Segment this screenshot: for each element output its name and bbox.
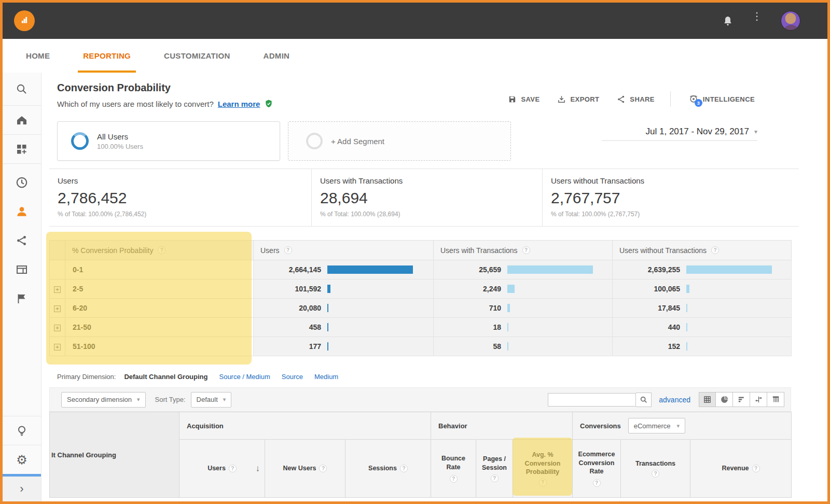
col-header-avg-conversion-probability[interactable]: Avg. % Conversion Probability? bbox=[513, 440, 573, 498]
view-pivot-button[interactable] bbox=[767, 392, 784, 407]
save-icon bbox=[508, 95, 517, 104]
expand-column-header bbox=[50, 241, 65, 260]
tab-customization[interactable]: CUSTOMIZATION bbox=[161, 39, 233, 73]
sort-type-button[interactable]: Default ▾ bbox=[191, 392, 232, 408]
question-icon[interactable]: ? bbox=[229, 465, 237, 472]
expand-icon[interactable]: + bbox=[54, 344, 61, 351]
sidebar-collapse-button[interactable]: › bbox=[3, 477, 41, 501]
view-table-button[interactable] bbox=[699, 392, 716, 407]
conversions-flag-icon bbox=[16, 292, 28, 305]
question-icon[interactable]: ? bbox=[593, 479, 601, 487]
question-icon[interactable]: ? bbox=[491, 474, 499, 482]
sidebar-item-audience[interactable] bbox=[3, 197, 41, 226]
dimension-medium[interactable]: Medium bbox=[314, 373, 338, 381]
secondary-dimension-button[interactable]: Secondary dimension ▾ bbox=[61, 392, 146, 408]
expand-icon[interactable]: + bbox=[54, 305, 61, 312]
question-icon[interactable]: ? bbox=[284, 246, 292, 254]
share-button[interactable]: SHARE bbox=[617, 95, 655, 104]
dimension-default-channel-grouping[interactable]: Default Channel Grouping bbox=[124, 373, 208, 381]
col-header-users[interactable]: Users? bbox=[254, 241, 434, 260]
primary-dimension-bar: Primary Dimension: Default Channel Group… bbox=[57, 371, 791, 382]
dimension-source[interactable]: Source bbox=[282, 373, 303, 381]
sidebar-item-conversions[interactable] bbox=[3, 284, 41, 313]
expand-cell bbox=[50, 260, 65, 279]
sidebar-item-insights[interactable] bbox=[3, 416, 41, 445]
question-icon[interactable]: ? bbox=[450, 475, 458, 483]
overflow-menu-icon[interactable]: ⋮ bbox=[752, 14, 757, 19]
chevron-right-icon: › bbox=[20, 482, 23, 496]
tab-home[interactable]: HOME bbox=[23, 39, 53, 73]
question-icon[interactable]: ? bbox=[652, 470, 659, 478]
table-row: + 21-50 458 18 440 bbox=[50, 318, 792, 337]
view-percentage-button[interactable] bbox=[716, 392, 733, 407]
view-comparison-button[interactable] bbox=[750, 392, 767, 407]
sidebar-item-settings[interactable]: ⚙ bbox=[3, 445, 41, 474]
question-icon[interactable]: ? bbox=[752, 465, 760, 472]
behavior-page-icon bbox=[16, 263, 28, 276]
col-header-transactions[interactable]: Transactions? bbox=[621, 440, 690, 498]
users-value: 20,080 bbox=[254, 304, 321, 312]
save-button[interactable]: SAVE bbox=[508, 95, 540, 104]
table-row: + 6-20 20,080 710 17,845 bbox=[50, 299, 792, 318]
col-header-users[interactable]: Users? ↓ bbox=[179, 440, 265, 498]
learn-more-link[interactable]: Learn more bbox=[218, 100, 260, 108]
uwt-bar bbox=[507, 342, 508, 351]
analytics-logo-icon[interactable] bbox=[14, 10, 35, 31]
uwt-bar bbox=[507, 285, 515, 293]
sidebar-item-home[interactable] bbox=[3, 106, 41, 135]
expand-icon[interactable]: + bbox=[54, 286, 61, 293]
table-search-button[interactable] bbox=[636, 393, 652, 407]
home-icon bbox=[16, 114, 28, 127]
question-icon[interactable]: ? bbox=[400, 465, 408, 472]
sidebar-item-dashboards[interactable] bbox=[3, 135, 41, 164]
share-icon bbox=[617, 95, 626, 104]
question-icon[interactable]: ? bbox=[711, 246, 719, 254]
uwt-value: 18 bbox=[434, 323, 501, 331]
sidebar-search[interactable] bbox=[3, 73, 41, 106]
search-icon bbox=[640, 396, 648, 404]
view-performance-button[interactable] bbox=[733, 392, 750, 407]
user-avatar[interactable] bbox=[781, 11, 800, 31]
col-header-sessions[interactable]: Sessions? bbox=[345, 440, 431, 498]
expand-icon[interactable]: + bbox=[54, 325, 61, 331]
col-header-bounce-rate[interactable]: Bounce Rate? bbox=[431, 440, 476, 498]
tab-reporting[interactable]: REPORTING bbox=[80, 39, 134, 73]
table-row: + 2-5 101,592 2,249 100,065 bbox=[50, 279, 792, 299]
group-header-behavior: Behavior bbox=[431, 412, 573, 440]
sort-desc-icon[interactable]: ↓ bbox=[256, 463, 260, 474]
group-header-acquisition: Acquisition bbox=[179, 412, 431, 440]
sidebar-item-acquisition[interactable] bbox=[3, 226, 41, 255]
add-segment-donut-icon bbox=[306, 133, 323, 149]
uwt-value: 58 bbox=[434, 342, 501, 351]
advanced-filter-link[interactable]: advanced bbox=[659, 396, 690, 404]
col-header-conversion-probability[interactable]: % Conversion Probability? bbox=[65, 241, 254, 260]
export-button[interactable]: EXPORT bbox=[557, 95, 599, 104]
report-question: Which of my users are most likely to con… bbox=[57, 100, 214, 108]
users-bar bbox=[327, 323, 328, 331]
uwt-bar bbox=[507, 265, 593, 274]
users-bar bbox=[327, 304, 328, 312]
col-header-pages-session[interactable]: Pages / Session? bbox=[476, 440, 513, 498]
table-toolbar: Secondary dimension ▾ Sort Type: Default… bbox=[49, 387, 791, 412]
question-icon[interactable]: ? bbox=[539, 479, 547, 486]
dimension-source-medium[interactable]: Source / Medium bbox=[219, 373, 270, 381]
conversions-type-select[interactable]: eCommerce ▾ bbox=[628, 418, 685, 433]
col-header-users-with-transactions[interactable]: Users with Transactions? bbox=[434, 241, 613, 260]
table-search-input[interactable] bbox=[548, 393, 636, 407]
col-header-ecommerce-conversion-rate[interactable]: Ecommerce Conversion Rate? bbox=[573, 440, 621, 498]
col-header-new-users[interactable]: New Users? bbox=[265, 440, 345, 498]
question-icon[interactable]: ? bbox=[522, 246, 530, 254]
add-segment-button[interactable]: + Add Segment bbox=[288, 121, 511, 161]
tab-admin[interactable]: ADMIN bbox=[260, 39, 293, 73]
question-icon[interactable]: ? bbox=[158, 246, 165, 254]
notifications-bell-icon[interactable] bbox=[722, 15, 734, 27]
sidebar-item-behavior[interactable] bbox=[3, 255, 41, 284]
intelligence-button[interactable]: 3 INTELLIGENCE bbox=[688, 94, 755, 104]
date-range-picker[interactable]: Jul 1, 2017 - Nov 29, 2017 ▾ bbox=[602, 127, 757, 141]
segment-all-users[interactable]: All Users 100.00% Users bbox=[57, 121, 280, 161]
question-icon[interactable]: ? bbox=[319, 465, 327, 472]
col-header-revenue[interactable]: Revenue? bbox=[690, 440, 792, 498]
sidebar-item-realtime[interactable] bbox=[3, 168, 41, 197]
col-header-users-without-transactions[interactable]: Users without Transactions? bbox=[613, 241, 792, 260]
uwot-value: 2,639,255 bbox=[613, 265, 680, 274]
